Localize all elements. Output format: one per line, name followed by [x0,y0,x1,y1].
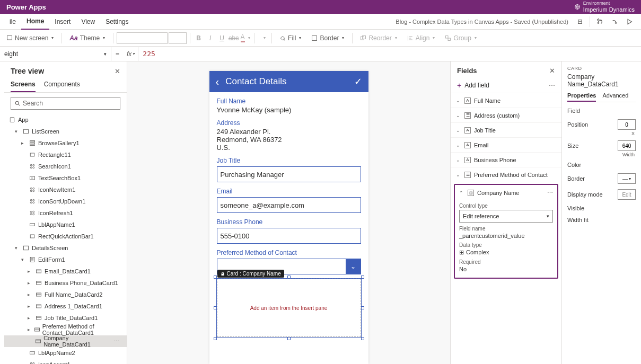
size-w-input[interactable] [618,140,636,151]
field-row-expanded[interactable]: ⌃⊞Company Name⋯ [459,188,553,200]
redo-icon[interactable] [607,14,622,29]
placeholder-text: Add an item from the Insert pane [250,305,328,311]
group-button[interactable]: Group [441,31,481,45]
tree-node[interactable]: ▸Email_DataCard1 [4,265,127,277]
play-icon[interactable] [622,14,637,29]
menu-insert[interactable]: Insert [49,14,76,30]
italic-icon[interactable]: I [205,33,216,43]
strike-icon[interactable]: abc [229,33,239,43]
tree-app-node[interactable]: App [4,114,127,126]
border-style-select[interactable]: — ▾ [618,173,636,184]
tree-node[interactable]: IconAccept1 [4,359,127,364]
selection-tag: Card : Company Name [217,270,284,278]
label-email: Email [217,188,361,195]
menu-file[interactable]: ile [4,14,21,30]
control-type-select[interactable]: Edit reference▾ [459,210,553,223]
fx-button[interactable]: fx [124,47,138,61]
menu-view[interactable]: View [76,14,100,30]
tree-node[interactable]: LblAppName1 [4,219,127,230]
underline-icon[interactable]: U [217,33,227,43]
node-icon [29,256,36,263]
properties-panel: CARD Company Name_DataCard1 Properties A… [561,61,641,364]
value-address-1: 249 Alexander Pl. [217,128,361,136]
reorder-button[interactable]: Reorder [356,31,401,45]
tree-node[interactable]: Rectangle11 [4,149,127,161]
node-icon [29,233,36,240]
tree-node[interactable]: IconRefresh1 [4,207,127,219]
prop-size-label: Size [567,143,614,149]
position-x-input[interactable] [618,119,636,130]
prop-display-mode-label: Display mode [567,191,614,198]
svg-rect-10 [30,141,35,142]
menu-settings[interactable]: Settings [100,14,134,30]
tree-node[interactable]: ▸BrowseGallery1 [4,137,127,149]
menu-home[interactable]: Home [21,14,49,30]
accept-icon[interactable]: ✓ [354,76,362,87]
border-button[interactable]: Border [307,31,349,45]
node-icon [29,221,36,228]
bold-icon[interactable]: B [194,33,204,43]
tree-node[interactable]: ▸Business Phone_DataCard1 [4,277,127,289]
field-row[interactable]: ⌄AEmail [451,137,561,152]
node-icon [29,186,36,193]
input-jobtitle[interactable]: Purchasing Manager [217,166,361,182]
formula-bar: eight▾ = fx 225 [0,47,641,61]
close-fields-icon[interactable]: ✕ [549,67,555,75]
tree-node[interactable]: ▾ListScreen [4,126,127,137]
node-icon [22,244,30,252]
fill-button[interactable]: Fill [275,31,306,45]
font-color-icon[interactable]: A [240,33,251,43]
tab-screens[interactable]: Screens [11,78,36,92]
search-input[interactable]: Search [11,97,120,110]
svg-rect-42 [30,352,35,354]
input-email[interactable]: someone_a@example.com [217,197,361,213]
field-row[interactable]: ⌄AJob Title [451,122,561,137]
field-row[interactable]: ⌄AFull Name [451,93,561,108]
formula-input[interactable]: 225 [138,50,641,58]
tree-node[interactable]: ▸Full Name_DataCard2 [4,289,127,300]
tab-advanced[interactable]: Advanced [602,92,628,102]
more-icon[interactable]: ⋯ [113,338,122,345]
tab-components[interactable]: Components [44,78,80,92]
field-row[interactable]: ⌄☰Preferred Method of Contact [451,167,561,182]
tree-node[interactable]: SearchIcon1 [4,161,127,172]
input-phone[interactable]: 555-0100 [217,228,361,244]
tree-node[interactable]: Company Name_DataCard1⋯ [4,335,127,347]
required-label: Required [459,259,553,265]
tree-node[interactable]: IconSortUpDown1 [4,196,127,207]
text-align-icon[interactable] [258,33,268,43]
tab-properties[interactable]: Properties [567,92,596,102]
more-icon[interactable]: ⋯ [547,190,553,197]
app-checker-icon[interactable] [573,14,587,29]
svg-rect-2 [312,35,317,40]
new-screen-button[interactable]: New screen [2,31,58,45]
font-select[interactable] [117,32,168,44]
back-icon[interactable]: ‹ [216,76,219,88]
display-mode-input[interactable] [618,189,636,200]
tree-node[interactable]: ▾EditForm1 [4,254,127,265]
node-icon [29,163,36,170]
tree-node[interactable]: IconNewItem1 [4,184,127,196]
tree-node[interactable]: LblAppName2 [4,347,127,359]
tree-node[interactable]: RectQuickActionBar1 [4,230,127,242]
tree-node[interactable]: ▸Address 1_DataCard1 [4,300,127,312]
property-selector[interactable]: eight▾ [0,47,111,61]
font-size-select[interactable] [169,32,187,44]
field-row[interactable]: ⌄☰Address (custom) [451,108,561,122]
company-name-datacard[interactable]: Card : Company Name Add an item from the… [217,279,361,337]
tree-node[interactable]: ▸Job Title_DataCard1 [4,312,127,324]
align-button[interactable]: Align [403,31,440,45]
tree-node[interactable]: ▾DetailsScreen [4,242,127,254]
close-icon[interactable]: ✕ [115,67,120,75]
more-icon[interactable]: ⋯ [549,82,555,89]
tree-node[interactable]: ▸Preferred Method of Contact_DataCard1 [4,324,127,335]
svg-rect-1 [7,35,12,40]
environment-block[interactable]: Environment Imperium Dynamics [583,1,635,13]
canvas-area[interactable]: ‹ Contact Details ✓ Full Name Yvonne McK… [127,61,450,364]
undo-icon[interactable] [592,14,607,29]
tree-node[interactable]: TextSearchBox1 [4,172,127,184]
field-row[interactable]: ⌄ABusiness Phone [451,152,561,167]
add-field-button[interactable]: + Add field ⋯ [451,78,561,93]
theme-button[interactable]: Aa Theme [65,31,110,45]
value-address-3: U.S. [217,144,361,152]
